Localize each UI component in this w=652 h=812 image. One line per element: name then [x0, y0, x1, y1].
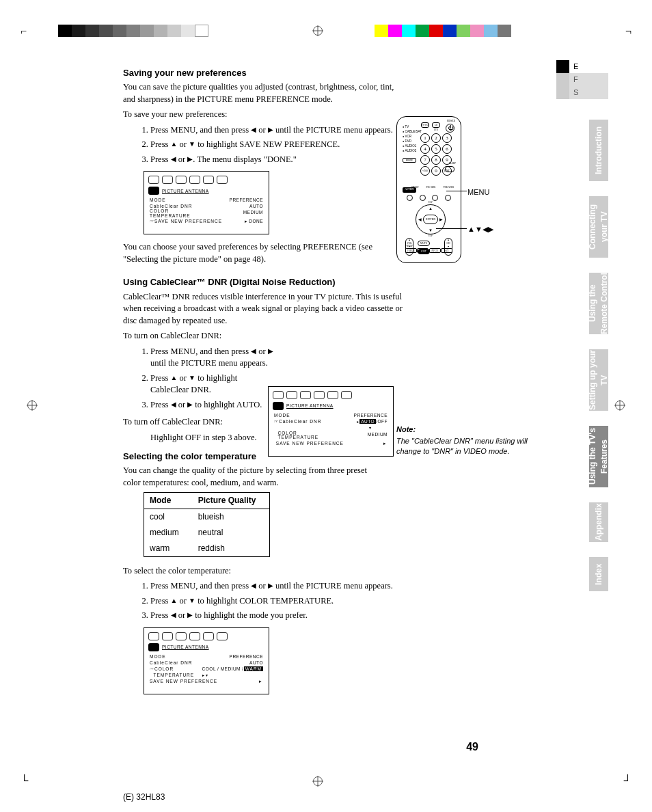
sidetab-index: Index: [589, 557, 608, 591]
remote-control-diagram: TVCABLE/SATVCR DVDAUDIO1AUDIO2 MODE POWE…: [396, 116, 461, 263]
sidetab-features: Using the TV's Features: [589, 426, 608, 487]
sidetab-introduction: Introduction: [589, 120, 608, 181]
heading-cableclear: Using CableClear™ DNR (Digital Noise Red…: [123, 276, 478, 288]
para-ct-intro: You can change the quality of the pictur…: [123, 465, 376, 489]
para-ct-lead: To select the color temperature:: [123, 565, 396, 578]
registration-mark-top: [313, 26, 323, 36]
crop-mark-sw: └: [21, 773, 28, 788]
lang-tab-f: F: [556, 73, 608, 86]
footer-model-code: (E) 32HL83: [123, 791, 165, 803]
side-tab-column: E F S Introduction Connecting your TV Us…: [556, 60, 608, 606]
heading-save-prefs: Saving your new preferences: [123, 67, 478, 79]
remote-menu-button: [420, 195, 426, 201]
remote-enter-button: ENTER: [423, 215, 438, 224]
registration-mark-left: [27, 401, 37, 410]
note-body: The "CableClear DNR" menu listing will c…: [396, 437, 528, 455]
sidetab-setup: Setting up your TV: [589, 349, 608, 411]
lang-tab-e: E: [556, 60, 608, 73]
remote-dpad: ▲▼◀▶ FAV FAV ENTER: [416, 204, 446, 234]
crop-mark-se: ┘: [624, 773, 631, 788]
gray-calibration-swatches: [58, 25, 208, 37]
power-icon: [446, 124, 454, 133]
registration-mark-bottom: [313, 776, 323, 786]
sidetab-connecting: Connecting your TV: [589, 196, 608, 258]
remote-mode-button: MODE: [403, 158, 416, 163]
steps-ct: Press MENU, and then press ◀ or ▶ until …: [150, 580, 424, 622]
callout-arrows: ▲▼◀▶: [467, 224, 493, 234]
para-choose-pref: You can choose your saved preferences by…: [123, 241, 396, 265]
para-dnr-intro: CableClear™ DNR reduces visible interfer…: [123, 291, 403, 327]
osd-menu-save-pref: PICTURE ANTENNA MODEPREFERENCE CableClea…: [144, 171, 269, 234]
crop-mark-ne: ¬: [625, 24, 631, 39]
note-heading: Note:: [396, 424, 540, 435]
callout-line-arrows: [436, 228, 467, 229]
callout-line-menu: [446, 191, 467, 191]
sidetab-remote: Using the Remote Control: [589, 273, 608, 334]
sidetab-appendix: Appendix: [589, 502, 608, 542]
crop-mark-nw: ⌐: [21, 24, 27, 39]
page-number: 49: [466, 740, 478, 755]
steps-save: Press MENU, and then press ◀ or ▶ until …: [150, 124, 410, 166]
para-dnr-lead: To turn on CableClear DNR:: [123, 330, 396, 342]
note-block: Note: The "CableClear DNR" menu listing …: [396, 424, 540, 457]
lang-tab-s: S: [556, 86, 608, 99]
registration-mark-right: [615, 401, 625, 410]
up-arrow-icon: ▲: [171, 139, 178, 149]
remote-sleep-button: [445, 166, 454, 172]
right-arrow-icon: ▶: [268, 125, 273, 135]
down-arrow-icon: ▼: [189, 139, 195, 149]
color-calibration-swatches: [375, 25, 511, 37]
remote-mode-list: TVCABLE/SATVCR DVDAUDIO1AUDIO2: [403, 124, 422, 153]
color-temp-table: ModePicture Quality coolblueish mediumne…: [144, 492, 270, 556]
para-save-intro: You can save the picture qualities you a…: [123, 81, 396, 105]
para-save-lead: To save your new preferences:: [123, 109, 396, 121]
steps-dnr: Press MENU, and then press ◀ or ▶ until …: [150, 346, 273, 411]
osd-menu-color-temp: PICTURE ANTENNA MODEPREFERENCE CableClea…: [144, 627, 269, 695]
osd-menu-dnr: PICTURE ANTENNA MODEPREFERENCE ☞CableCle…: [268, 386, 394, 457]
callout-menu: MENU: [467, 187, 489, 198]
